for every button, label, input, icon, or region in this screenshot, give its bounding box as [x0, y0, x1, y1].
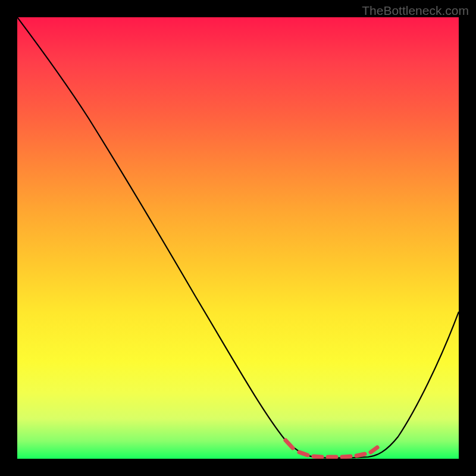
- chart-plot-area: [17, 17, 459, 459]
- svg-line-2: [314, 456, 322, 457]
- svg-line-1: [299, 452, 308, 455]
- svg-line-5: [356, 454, 365, 456]
- svg-line-0: [286, 440, 293, 448]
- svg-line-6: [371, 447, 377, 452]
- attribution-text: TheBottleneck.com: [362, 4, 469, 18]
- svg-line-4: [342, 456, 350, 457]
- optimal-zone-markers: [286, 440, 377, 457]
- chart-svg: [17, 17, 459, 459]
- bottleneck-curve-line: [17, 17, 459, 458]
